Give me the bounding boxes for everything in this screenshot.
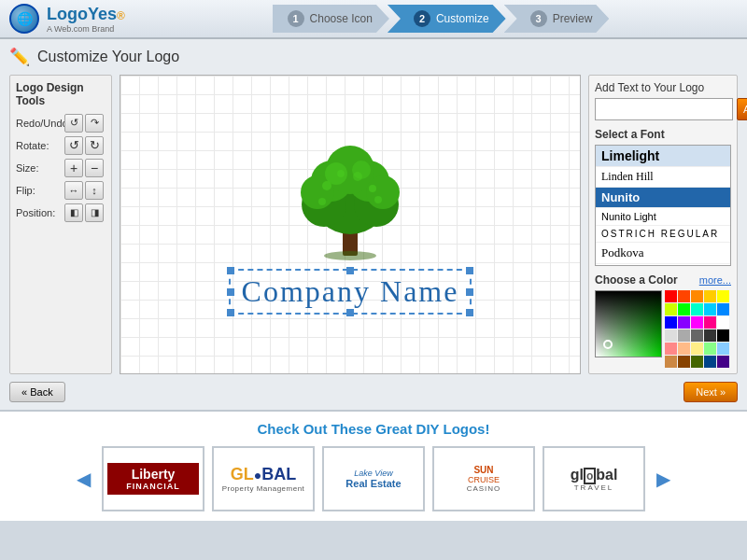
color-swatch[interactable]: [678, 290, 690, 302]
pencil-icon: ✏️: [9, 47, 30, 67]
font-item-limelight[interactable]: Limelight: [596, 146, 730, 167]
step-3[interactable]: 3 Preview: [504, 5, 610, 33]
next-button[interactable]: Next »: [684, 382, 738, 402]
color-swatch[interactable]: [665, 290, 677, 302]
color-swatch[interactable]: [704, 343, 716, 355]
logo-thumb-lakeview[interactable]: Lake View Real Estate: [322, 446, 425, 511]
color-swatch[interactable]: [717, 316, 729, 329]
tree-icon: [275, 134, 425, 265]
tool-label-rotate: Rotate:: [16, 140, 64, 151]
svg-point-15: [369, 185, 376, 192]
color-swatch[interactable]: [678, 356, 690, 368]
step-1-label: Choose Icon: [310, 12, 373, 25]
color-swatch[interactable]: [704, 316, 716, 329]
color-swatch[interactable]: [691, 329, 703, 342]
add-text-title: Add Text to Your Logo: [595, 81, 731, 94]
add-text-input[interactable]: [595, 98, 733, 120]
color-swatch[interactable]: [691, 290, 703, 302]
tool-label-flip: Flip:: [16, 185, 64, 196]
progress-bar: 1 Choose Icon 2 Customize 3 Preview: [273, 5, 610, 33]
color-swatch[interactable]: [717, 290, 729, 302]
tool-row-size: Size: + −: [16, 159, 106, 177]
site-logo-text: LogoYes®: [47, 5, 125, 24]
logo-thumb-liberty[interactable]: Liberty FINANCIAL: [102, 446, 204, 511]
right-panel: Add Text to Your Logo Add Text Select a …: [588, 75, 738, 374]
color-swatch[interactable]: [678, 329, 690, 342]
color-swatch[interactable]: [691, 316, 703, 329]
font-item-podkova[interactable]: Podkova: [596, 243, 730, 264]
color-swatch[interactable]: [717, 343, 729, 355]
color-swatch[interactable]: [678, 316, 690, 329]
color-swatch[interactable]: [665, 329, 677, 342]
color-swatch[interactable]: [678, 343, 690, 355]
svg-point-17: [374, 196, 382, 203]
color-swatch[interactable]: [704, 303, 716, 315]
color-swatch[interactable]: [704, 290, 716, 302]
color-swatch[interactable]: [717, 356, 729, 368]
redo-button[interactable]: ↷: [85, 114, 104, 133]
svg-point-13: [337, 170, 345, 177]
font-section: Select a Font Limelight Linden Hill Nuni…: [595, 128, 731, 266]
step-1[interactable]: 1 Choose Icon: [273, 5, 389, 33]
color-swatch[interactable]: [665, 356, 677, 368]
add-text-button[interactable]: Add Text: [737, 98, 747, 120]
color-swatch[interactable]: [704, 329, 716, 342]
font-item-nunito[interactable]: Nunito: [596, 188, 730, 208]
logo-thumb-global2[interactable]: global TRAVEL: [543, 446, 645, 511]
size-decrease-button[interactable]: −: [85, 159, 104, 177]
globe-icon: 🌐: [9, 4, 39, 34]
more-colors-link[interactable]: more...: [699, 274, 731, 286]
color-swatch[interactable]: [691, 356, 703, 368]
logo-carousel: ◀ Liberty FINANCIAL GL●BAL Property Mana…: [9, 446, 738, 511]
flip-horizontal-button[interactable]: ↔: [64, 181, 83, 200]
logo-thumb-suncruise[interactable]: SUN CRUISE CASINO: [432, 446, 535, 511]
nav-buttons: « Back Next »: [9, 382, 738, 402]
size-increase-button[interactable]: +: [64, 159, 83, 177]
rotate-left-button[interactable]: ↺: [64, 136, 83, 155]
rotate-right-button[interactable]: ↻: [85, 136, 104, 155]
carousel-next-button[interactable]: ▶: [653, 468, 674, 490]
color-swatch[interactable]: [717, 303, 729, 315]
text-input-row: Add Text: [595, 98, 731, 120]
svg-point-14: [353, 172, 362, 181]
undo-button[interactable]: ↺: [64, 114, 83, 133]
tools-panel-title: Logo Design Tools: [16, 81, 106, 108]
tool-label-redo: Redo/Undo:: [16, 118, 64, 129]
flip-vertical-button[interactable]: ↕: [85, 181, 104, 200]
position-left-button[interactable]: ◧: [64, 203, 83, 222]
font-item-nunito-light[interactable]: Nunito Light: [596, 208, 730, 226]
logo-accent: ®: [117, 9, 125, 22]
color-section: Choose a Color more...: [595, 273, 731, 368]
color-gradient-picker[interactable]: [595, 290, 662, 357]
step-2[interactable]: 2 Customize: [388, 5, 506, 33]
font-item-ostrich[interactable]: OSTRICH REGULAR: [596, 226, 730, 243]
color-swatch[interactable]: [704, 356, 716, 368]
font-list[interactable]: Limelight Linden Hill Nunito Nunito Ligh…: [595, 145, 731, 266]
gradient-selector[interactable]: [603, 340, 613, 349]
tool-row-position: Position: ◧ ◨: [16, 203, 106, 222]
logo-display: Company Name: [229, 134, 472, 315]
color-swatch[interactable]: [691, 343, 703, 355]
step-1-num: 1: [288, 10, 304, 27]
position-right-button[interactable]: ◨: [85, 203, 104, 222]
color-swatch[interactable]: [665, 303, 677, 315]
color-swatch[interactable]: [665, 343, 677, 355]
svg-point-16: [318, 198, 326, 205]
color-swatch[interactable]: [665, 316, 677, 329]
logo-thumb-global[interactable]: GL●BAL Property Management: [212, 446, 315, 511]
back-button[interactable]: « Back: [9, 382, 65, 402]
color-swatch[interactable]: [678, 303, 690, 315]
canvas-area[interactable]: Company Name: [120, 75, 581, 374]
step-3-label: Preview: [553, 12, 593, 25]
color-swatch[interactable]: [691, 303, 703, 315]
header: 🌐 LogoYes® A Web.com Brand 1 Choose Icon…: [0, 0, 747, 39]
font-item-linden[interactable]: Linden Hill: [596, 167, 730, 188]
color-swatch[interactable]: [717, 329, 729, 342]
company-name-container[interactable]: Company Name: [229, 269, 472, 315]
handle-br: [466, 309, 473, 316]
main-area: ✏️ Customize Your Logo Logo Design Tools…: [0, 39, 747, 410]
step-2-num: 2: [414, 10, 430, 27]
carousel-prev-button[interactable]: ◀: [73, 468, 94, 490]
tool-row-redo: Redo/Undo: ↺ ↷: [16, 114, 106, 133]
handle-tr: [466, 267, 473, 274]
